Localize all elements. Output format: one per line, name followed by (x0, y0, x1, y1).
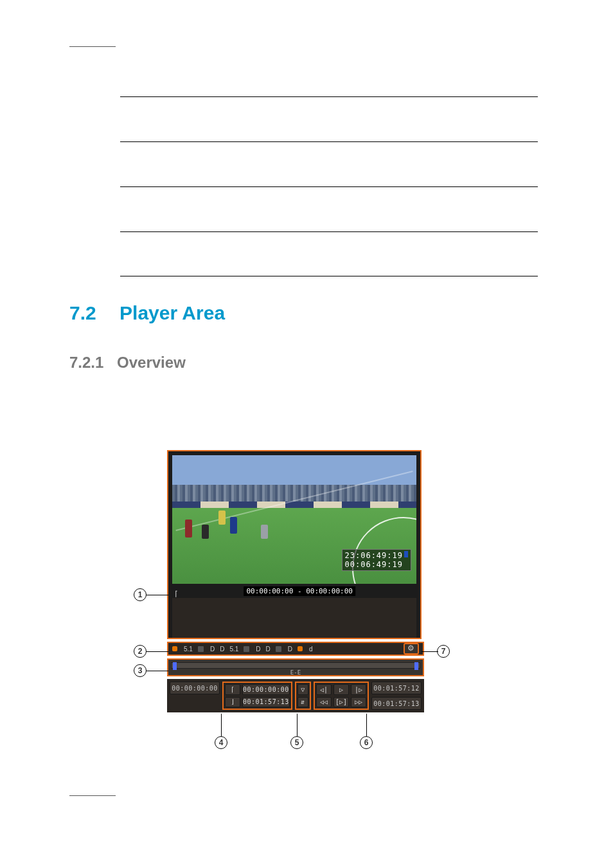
player-graphic (185, 520, 192, 538)
transport-group: ◁| ▷ |▷ ◁◁ [▷] ▷▷ (314, 682, 369, 710)
table-row (120, 141, 538, 186)
duration-tc: 00:01:57:12 (371, 682, 422, 694)
callout-5: 5 (290, 736, 303, 749)
heading-number: 7.2 (69, 302, 96, 323)
table-row (120, 96, 538, 141)
callout-3: 3 (134, 664, 147, 677)
preceding-table (120, 96, 538, 276)
callout-7: 7 (437, 645, 450, 658)
blank (170, 697, 220, 710)
player-graphic (202, 525, 209, 539)
ee-mode-label: E-E (290, 669, 301, 676)
settings-button[interactable] (404, 643, 419, 655)
leader-line (297, 714, 298, 736)
table-row (120, 231, 538, 276)
thumbnail-strip (172, 598, 416, 638)
timeline-track[interactable] (171, 662, 420, 669)
audio-ch-label: d (309, 646, 313, 653)
page-header-rule (69, 46, 116, 47)
audio-channel-bar: 5.1 D D 5.1 D D D d (167, 642, 424, 656)
audio-ch-label: 5.1 (229, 646, 238, 653)
mark-in-handle[interactable] (173, 662, 177, 670)
mode-group: ▽ ⇵ (295, 682, 311, 710)
audio-ch-label: D (256, 646, 260, 653)
mark-in-tc: 00:00:00:00 (242, 684, 290, 695)
audio-led-icon (172, 646, 177, 651)
transport-controls: 00:00:00:00 ⌈ 00:00:00:00 ⌋ 00:01:57:13 … (167, 679, 424, 712)
audio-led-icon (298, 646, 303, 651)
leader-line (147, 671, 168, 671)
rewind-button[interactable]: ◁◁ (316, 697, 332, 708)
mark-out-handle[interactable] (414, 662, 418, 670)
total-tc: 00:01:57:13 (371, 697, 422, 710)
callout-2: 2 (134, 645, 147, 658)
audio-ch-label: D (266, 646, 271, 653)
table-row (120, 186, 538, 231)
dropdown-button[interactable]: ▽ (298, 684, 308, 695)
callout-6: 6 (360, 736, 373, 749)
audio-led-icon (244, 646, 249, 652)
swap-button[interactable]: ⇵ (298, 697, 308, 708)
ad-banner-graphic (172, 502, 416, 508)
heading-text: Overview (117, 354, 186, 371)
mark-out-tc: 00:01:57:13 (242, 697, 290, 708)
audio-led-icon (276, 646, 281, 652)
callout-1: 1 (134, 588, 147, 601)
goto-timecode-field[interactable]: 00:00:00:00 (170, 682, 220, 694)
flag-icon (404, 551, 408, 557)
osd-tc-line-1: 23:06:49:19 (345, 551, 403, 560)
video-frame: 23:06:49:19 00:06:49:19 (172, 455, 416, 584)
player-graphic (230, 517, 237, 534)
heading-level-3: 7.2.1 Overview (69, 354, 186, 372)
audio-led-icon (198, 646, 204, 652)
scrub-bar[interactable]: E-E (167, 658, 424, 676)
clip-range-label: 00:00:00:00 - 00:00:00:00 (244, 586, 355, 596)
audio-ch-label: 5.1 (184, 646, 193, 653)
step-back-button[interactable]: ◁| (316, 684, 332, 695)
heading-text: Player Area (120, 302, 225, 323)
audio-ch-label: D (210, 646, 215, 653)
mark-out-button[interactable]: ⌋ (225, 697, 240, 708)
fast-forward-button[interactable]: ▷▷ (351, 697, 366, 708)
player-area-figure: 23:06:49:19 00:06:49:19 ⌈ 00:00:00:00 - … (167, 450, 424, 712)
mark-group: ⌈ 00:00:00:00 ⌋ 00:01:57:13 (222, 682, 292, 710)
play-in-out-button[interactable]: [▷] (333, 697, 349, 708)
mark-bracket-icon: ⌈ (174, 590, 179, 598)
audio-ch-label: D (220, 646, 224, 653)
osd-tc-line-2: 00:06:49:19 (345, 560, 408, 569)
leader-line (422, 651, 438, 652)
osd-timecode-overlay: 23:06:49:19 00:06:49:19 (342, 549, 411, 571)
page-footer-rule (69, 795, 116, 796)
play-button[interactable]: ▷ (333, 684, 349, 695)
player-graphic (218, 511, 226, 525)
heading-level-2: 7.2 Player Area (69, 302, 225, 324)
leader-line (147, 651, 168, 652)
mark-in-button[interactable]: ⌈ (225, 684, 240, 695)
leader-line (366, 714, 367, 736)
leader-line (221, 714, 222, 736)
callout-4: 4 (215, 736, 227, 749)
heading-number: 7.2.1 (69, 354, 103, 371)
video-display-panel: 23:06:49:19 00:06:49:19 ⌈ 00:00:00:00 - … (167, 450, 422, 639)
audio-ch-label: D (288, 646, 292, 653)
step-forward-button[interactable]: |▷ (351, 684, 366, 695)
leader-line (147, 595, 168, 595)
player-graphic (261, 525, 268, 539)
